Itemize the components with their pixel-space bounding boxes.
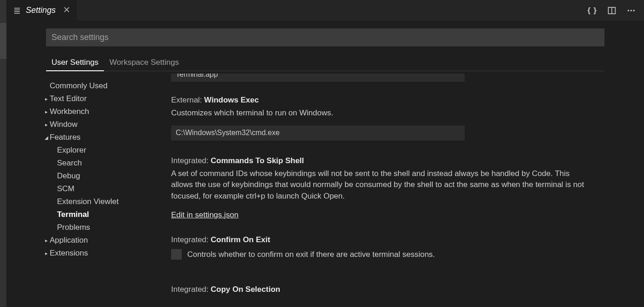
toc-commonly-used[interactable]: ▸Commonly Used <box>41 80 161 92</box>
setting-input[interactable] <box>171 125 465 141</box>
setting-external-osx-exec-input-partial <box>171 74 465 82</box>
toc-features[interactable]: ◢Features <box>41 131 161 144</box>
open-settings-json-icon[interactable]: { } <box>587 6 597 15</box>
editor-actions: { } <box>587 0 644 21</box>
setting-description: Customizes which terminal to run on Wind… <box>171 108 585 119</box>
setting-integrated-confirm-on-exit: Integrated: Confirm On Exit Controls whe… <box>171 235 597 261</box>
setting-title: Integrated: Confirm On Exit <box>171 235 597 244</box>
toc-label: Window <box>50 120 77 129</box>
setting-title: Integrated: Copy On Selection <box>171 285 597 294</box>
chevron-right-icon: ▸ <box>43 122 50 128</box>
confirm-on-exit-checkbox[interactable] <box>171 249 182 260</box>
toc-application[interactable]: ▸Application <box>41 234 161 247</box>
toc-label: Commonly Used <box>50 81 108 91</box>
toc-label: SCM <box>57 184 75 193</box>
setting-integrated-commands-to-skip-shell: Integrated: Commands To Skip Shell A set… <box>171 156 597 220</box>
toc-label: Problems <box>57 223 90 232</box>
setting-input[interactable] <box>171 74 465 82</box>
toc-label: Features <box>50 133 80 142</box>
more-actions-icon[interactable] <box>627 6 636 15</box>
chevron-right-icon: ▸ <box>43 96 50 102</box>
svg-point-8 <box>627 10 629 11</box>
toc-features-scm[interactable]: ▸SCM <box>41 182 161 195</box>
toc-extensions[interactable]: ▸Extensions <box>41 247 161 260</box>
edit-in-settings-json-link[interactable]: Edit in settings.json <box>171 210 238 220</box>
setting-integrated-copy-on-selection: Integrated: Copy On Selection <box>171 285 597 294</box>
toc-label: Debug <box>57 171 80 181</box>
toc-window[interactable]: ▸Window <box>41 118 161 131</box>
toc-label: Text Editor <box>50 94 86 103</box>
svg-point-10 <box>633 10 635 11</box>
toc-features-problems[interactable]: ▸Problems <box>41 221 161 234</box>
close-icon[interactable] <box>63 6 70 15</box>
tab-settings[interactable]: Settings <box>6 0 77 21</box>
setting-external-windows-exec: External: Windows Exec Customizes which … <box>171 96 597 141</box>
toc-text-editor[interactable]: ▸Text Editor <box>41 92 161 105</box>
settings-file-icon <box>13 6 21 15</box>
toc-features-debug[interactable]: ▸Debug <box>41 170 161 182</box>
svg-point-9 <box>630 10 632 11</box>
settings-toc: ▸Commonly Used ▸Text Editor ▸Workbench ▸… <box>41 80 161 260</box>
chevron-right-icon: ▸ <box>43 109 50 115</box>
toc-label: Extension Viewlet <box>57 197 119 206</box>
settings-content[interactable]: External: Windows Exec Customizes which … <box>171 74 597 307</box>
tab-workspace-settings[interactable]: Workspace Settings <box>104 58 184 71</box>
toc-label: Workbench <box>50 107 89 116</box>
toc-label: Application <box>50 236 88 245</box>
tab-title: Settings <box>26 6 56 15</box>
settings-scope-tabs: User Settings Workspace Settings <box>46 54 604 71</box>
chevron-down-icon: ◢ <box>43 135 50 140</box>
setting-title: Integrated: Commands To Skip Shell <box>171 156 597 165</box>
tab-user-settings[interactable]: User Settings <box>46 58 104 71</box>
setting-title: External: Windows Exec <box>171 96 597 105</box>
toc-label: Terminal <box>57 210 89 219</box>
setting-description: Controls whether to confirm on exit if t… <box>187 249 435 261</box>
chevron-right-icon: ▸ <box>43 250 50 256</box>
setting-description: A set of command IDs whose keybindings w… <box>171 168 585 202</box>
activity-bar-active-item[interactable] <box>0 23 6 59</box>
toc-features-terminal[interactable]: ▸Terminal <box>41 208 161 221</box>
editor-tab-bar: Settings { } <box>6 0 644 21</box>
split-editor-icon[interactable] <box>607 6 616 15</box>
toc-features-extension-viewlet[interactable]: ▸Extension Viewlet <box>41 195 161 208</box>
toc-label: Extensions <box>50 249 88 258</box>
toc-features-explorer[interactable]: ▸Explorer <box>41 144 161 157</box>
toc-label: Search <box>57 159 82 168</box>
search-settings-input[interactable] <box>46 28 604 46</box>
toc-workbench[interactable]: ▸Workbench <box>41 105 161 118</box>
chevron-right-icon: ▸ <box>43 238 50 244</box>
toc-features-search[interactable]: ▸Search <box>41 157 161 170</box>
toc-label: Explorer <box>57 146 86 155</box>
